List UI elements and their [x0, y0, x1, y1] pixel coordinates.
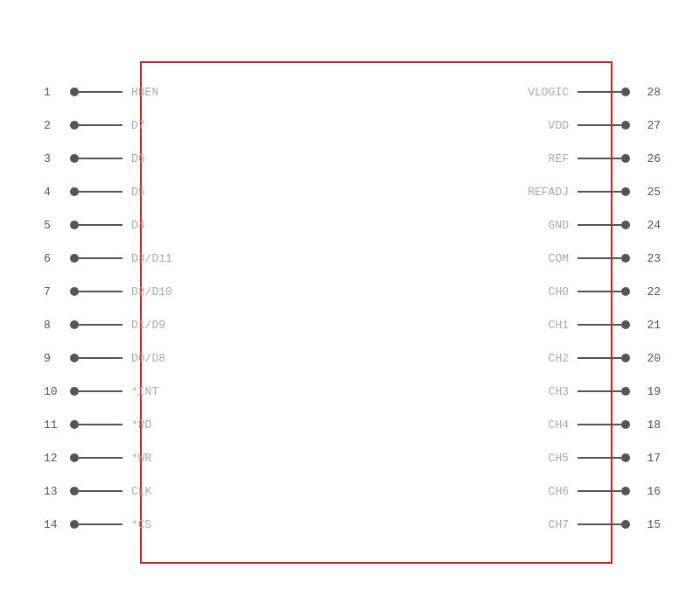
pin-label-18: CH4	[549, 418, 569, 432]
pin-line-left-6	[79, 257, 122, 259]
pin-dot-left-9	[70, 354, 79, 362]
pin-line-left-11	[79, 424, 122, 425]
pin-label-21: CH1	[549, 319, 569, 332]
pin-label-11: *RD	[131, 418, 151, 432]
pin-line-right-22	[578, 291, 621, 292]
pin-line-right-20	[578, 357, 621, 359]
left-pin-4: 4D5	[70, 187, 122, 196]
pin-line-right-15	[578, 523, 621, 525]
pin-number-15: 15	[647, 518, 661, 531]
pin-number-8: 8	[44, 319, 51, 332]
right-pin-22: 22CH0	[578, 287, 630, 296]
pin-dot-right-19	[621, 387, 630, 396]
left-pin-8: 8D1/D9	[70, 320, 122, 329]
pin-dot-left-14	[70, 520, 79, 529]
pin-line-right-18	[578, 424, 621, 425]
pin-line-left-12	[79, 457, 122, 459]
pin-dot-right-25	[621, 187, 630, 196]
pin-dot-right-24	[621, 221, 630, 229]
pin-line-right-27	[578, 124, 621, 126]
pin-number-23: 23	[647, 252, 661, 265]
pin-label-23: COM	[549, 252, 569, 265]
pin-number-24: 24	[647, 219, 661, 232]
pin-dot-right-28	[621, 88, 630, 96]
pin-dot-left-6	[70, 254, 79, 263]
pin-dot-left-4	[70, 187, 79, 196]
pin-line-right-23	[578, 257, 621, 259]
pin-number-9: 9	[44, 352, 51, 365]
pin-line-left-13	[79, 490, 122, 492]
right-pin-25: 25REFADJ	[578, 187, 630, 196]
pin-label-5: D4	[131, 219, 145, 232]
pin-dot-left-2	[70, 121, 79, 130]
pin-dot-left-1	[70, 88, 79, 96]
pin-number-27: 27	[647, 119, 661, 132]
left-pin-11: 11*RD	[70, 420, 122, 429]
pin-line-left-14	[79, 523, 122, 525]
pin-label-19: CH3	[549, 385, 569, 398]
chip-body	[140, 61, 612, 564]
pin-dot-left-5	[70, 221, 79, 229]
right-pin-21: 21CH1	[578, 320, 630, 329]
pin-number-7: 7	[44, 285, 51, 299]
pin-line-left-9	[79, 357, 122, 359]
pin-number-3: 3	[44, 152, 51, 165]
pin-line-right-26	[578, 158, 621, 159]
pin-label-6: D3/D11	[131, 252, 172, 265]
pin-number-14: 14	[44, 518, 58, 531]
pin-number-18: 18	[647, 418, 661, 432]
pin-label-16: CH6	[549, 485, 569, 498]
left-pin-10: 10*INT	[70, 387, 122, 396]
left-pin-1: 1HBEN	[70, 88, 122, 96]
right-pin-18: 18CH4	[578, 420, 630, 429]
pin-label-7: D2/D10	[131, 285, 172, 299]
pin-number-19: 19	[647, 385, 661, 398]
pin-label-12: *WR	[131, 452, 151, 465]
pin-number-1: 1	[44, 86, 51, 99]
chip-container: 1HBEN2D73D64D55D46D3/D117D2/D108D1/D99D0…	[26, 26, 674, 564]
pin-dot-right-21	[621, 320, 630, 329]
pin-label-2: D7	[131, 119, 145, 132]
pin-dot-right-27	[621, 121, 630, 130]
pin-label-10: *INT	[131, 385, 158, 398]
right-pin-23: 23COM	[578, 254, 630, 263]
pin-label-3: D6	[131, 152, 145, 165]
pin-line-left-1	[79, 91, 122, 93]
pin-label-25: REFADJ	[528, 186, 569, 199]
pin-number-2: 2	[44, 119, 51, 132]
right-pin-17: 17CH5	[578, 453, 630, 462]
pin-label-14: *CS	[131, 518, 151, 531]
pin-number-20: 20	[647, 352, 661, 365]
pin-dot-left-13	[70, 487, 79, 495]
pin-number-13: 13	[44, 485, 58, 498]
right-pin-20: 20CH2	[578, 354, 630, 362]
pin-label-24: GND	[549, 219, 569, 232]
pin-dot-left-12	[70, 453, 79, 462]
left-pin-12: 12*WR	[70, 453, 122, 462]
pin-dot-left-3	[70, 154, 79, 163]
pin-number-17: 17	[647, 452, 661, 465]
pin-dot-right-16	[621, 487, 630, 495]
pin-label-1: HBEN	[131, 86, 158, 99]
pin-label-22: CH0	[549, 285, 569, 299]
pin-dot-left-10	[70, 387, 79, 396]
pin-line-left-5	[79, 224, 122, 226]
left-pin-14: 14*CS	[70, 520, 122, 529]
right-pin-26: 26REF	[578, 154, 630, 163]
pin-label-26: REF	[549, 152, 569, 165]
pin-dot-right-23	[621, 254, 630, 263]
left-pin-3: 3D6	[70, 154, 122, 163]
pin-dot-right-18	[621, 420, 630, 429]
pin-dot-right-17	[621, 453, 630, 462]
left-pin-9: 9D0/D8	[70, 354, 122, 362]
pin-line-left-10	[79, 390, 122, 392]
left-pin-2: 2D7	[70, 121, 122, 130]
pin-line-right-17	[578, 457, 621, 459]
pin-number-6: 6	[44, 252, 51, 265]
pin-number-5: 5	[44, 219, 51, 232]
pin-number-22: 22	[647, 285, 661, 299]
right-pin-16: 16CH6	[578, 487, 630, 495]
pin-label-15: CH7	[549, 518, 569, 531]
left-pin-7: 7D2/D10	[70, 287, 122, 296]
right-pin-27: 27VDD	[578, 121, 630, 130]
